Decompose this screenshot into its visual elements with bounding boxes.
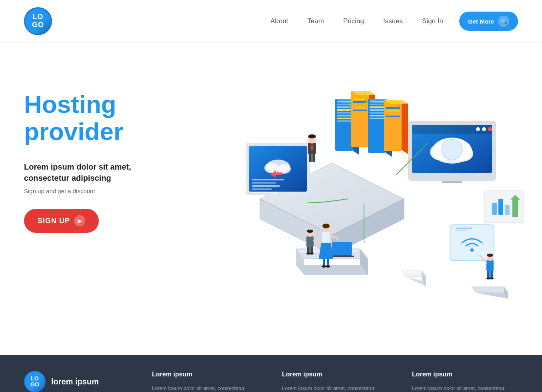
svg-point-63 bbox=[482, 127, 486, 131]
svg-rect-139 bbox=[403, 274, 421, 276]
svg-rect-25 bbox=[353, 104, 367, 106]
svg-point-56 bbox=[398, 105, 399, 106]
svg-point-62 bbox=[476, 127, 480, 131]
svg-point-77 bbox=[278, 164, 291, 174]
svg-rect-91 bbox=[505, 205, 510, 215]
svg-marker-134 bbox=[476, 293, 508, 299]
svg-rect-82 bbox=[252, 188, 272, 190]
footer-col-3-link-1[interactable]: Lorem ipsum dolor sit amet, consectetur … bbox=[412, 384, 518, 392]
svg-point-16 bbox=[349, 107, 350, 108]
nav-pricing[interactable]: Pricing bbox=[343, 17, 364, 25]
hero-title: Hosting provider bbox=[24, 91, 176, 145]
svg-rect-81 bbox=[252, 185, 280, 187]
svg-rect-11 bbox=[337, 115, 351, 116]
svg-rect-10 bbox=[337, 112, 351, 114]
isometric-scene bbox=[204, 63, 532, 343]
svg-point-45 bbox=[382, 107, 383, 108]
footer-col-3-title: Lorem ipsum bbox=[412, 371, 518, 378]
footer-brand-name: lorem ipsum bbox=[51, 377, 99, 386]
svg-point-32 bbox=[365, 102, 366, 103]
svg-rect-112 bbox=[323, 259, 325, 266]
svg-point-85 bbox=[470, 248, 474, 252]
svg-rect-119 bbox=[307, 247, 310, 253]
svg-rect-83 bbox=[252, 192, 278, 193]
svg-rect-41 bbox=[370, 115, 384, 116]
svg-rect-89 bbox=[492, 203, 497, 215]
svg-rect-86 bbox=[456, 228, 472, 229]
svg-rect-96 bbox=[309, 154, 312, 162]
footer-col-3: Lorem ipsum Lorem ipsum dolor sit amet, … bbox=[412, 371, 518, 392]
nav-about[interactable]: About bbox=[270, 17, 288, 25]
main-nav: About Team Pricing Issues Sign In bbox=[270, 17, 443, 25]
logo[interactable]: LO GO bbox=[24, 7, 52, 35]
get-more-button[interactable]: Get More 🔍 bbox=[459, 12, 518, 31]
footer-col-1: Lorem ipsum Lorem ipsum dolor sit amet, … bbox=[152, 371, 258, 392]
svg-marker-102 bbox=[296, 265, 368, 275]
svg-rect-40 bbox=[370, 112, 384, 114]
svg-rect-106 bbox=[330, 256, 354, 257]
svg-point-110 bbox=[322, 224, 330, 228]
svg-point-95 bbox=[308, 134, 316, 138]
svg-rect-28 bbox=[353, 112, 367, 114]
logo-circle: LO GO bbox=[24, 7, 52, 35]
svg-rect-116 bbox=[306, 236, 314, 247]
svg-rect-108 bbox=[322, 232, 330, 243]
svg-rect-52 bbox=[386, 110, 400, 112]
svg-point-31 bbox=[365, 99, 366, 100]
signup-button[interactable]: SIGN UP ▶ bbox=[24, 209, 99, 233]
svg-rect-53 bbox=[386, 113, 400, 114]
svg-rect-128 bbox=[487, 271, 490, 278]
svg-rect-26 bbox=[353, 107, 367, 108]
svg-point-14 bbox=[349, 101, 350, 103]
svg-marker-47 bbox=[402, 100, 408, 154]
svg-rect-54 bbox=[386, 116, 400, 117]
hero-subtitle: Lorem ipsum dolor sit amet, consectetur … bbox=[24, 161, 176, 184]
svg-marker-107 bbox=[319, 243, 333, 259]
svg-rect-80 bbox=[252, 182, 276, 184]
footer-logo-row: LO GO lorem ipsum bbox=[24, 371, 128, 392]
header: LO GO About Team Pricing Issues Sign In … bbox=[0, 0, 542, 43]
nav-team[interactable]: Team bbox=[307, 17, 324, 25]
signup-label: SIGN UP bbox=[38, 217, 70, 225]
nav-signin[interactable]: Sign In bbox=[422, 17, 443, 25]
get-more-label: Get More bbox=[468, 18, 494, 25]
svg-rect-90 bbox=[498, 199, 503, 215]
svg-point-131 bbox=[490, 278, 494, 280]
hero-left: Hosting provider Lorem ipsum dolor sit a… bbox=[24, 67, 176, 233]
hero-section: Hosting provider Lorem ipsum dolor sit a… bbox=[0, 43, 542, 355]
footer: LO GO lorem ipsum Lorem ipsum dolor sit … bbox=[0, 355, 542, 392]
hero-illustration bbox=[184, 67, 518, 339]
svg-rect-39 bbox=[370, 109, 384, 111]
svg-rect-87 bbox=[456, 230, 467, 231]
footer-col-2-title: Lorem ipsum bbox=[282, 371, 388, 378]
svg-point-29 bbox=[365, 93, 366, 95]
svg-point-126 bbox=[487, 254, 493, 257]
footer-brand: LO GO lorem ipsum Lorem ipsum dolor sit … bbox=[24, 371, 128, 392]
svg-point-72 bbox=[442, 139, 462, 160]
search-icon: 🔍 bbox=[498, 16, 509, 27]
footer-col-1-title: Lorem ipsum bbox=[152, 371, 258, 378]
svg-rect-79 bbox=[252, 179, 284, 180]
svg-point-122 bbox=[310, 253, 314, 255]
nav-issues[interactable]: Issues bbox=[383, 17, 403, 25]
svg-rect-13 bbox=[337, 120, 351, 122]
svg-point-43 bbox=[382, 101, 383, 103]
hero-description: Sign up and get a discount bbox=[24, 188, 176, 194]
svg-rect-120 bbox=[310, 247, 313, 253]
svg-point-76 bbox=[264, 163, 279, 173]
svg-rect-51 bbox=[386, 107, 400, 109]
svg-rect-42 bbox=[370, 118, 384, 119]
svg-rect-113 bbox=[327, 259, 329, 266]
svg-point-44 bbox=[382, 104, 383, 106]
svg-point-55 bbox=[398, 102, 399, 104]
footer-col-2-link-1[interactable]: Lorem ipsum dolor sit amet, consectetur … bbox=[282, 384, 388, 392]
svg-point-115 bbox=[326, 265, 330, 268]
svg-point-30 bbox=[365, 96, 366, 98]
svg-point-17 bbox=[349, 110, 350, 111]
footer-col-1-link-1[interactable]: Lorem ipsum dolor sit amet, consectetur … bbox=[152, 384, 258, 392]
play-icon: ▶ bbox=[74, 215, 85, 226]
svg-rect-12 bbox=[337, 118, 351, 119]
footer-logo: LO GO bbox=[24, 371, 46, 392]
svg-marker-132 bbox=[472, 287, 508, 293]
svg-rect-129 bbox=[490, 271, 493, 278]
